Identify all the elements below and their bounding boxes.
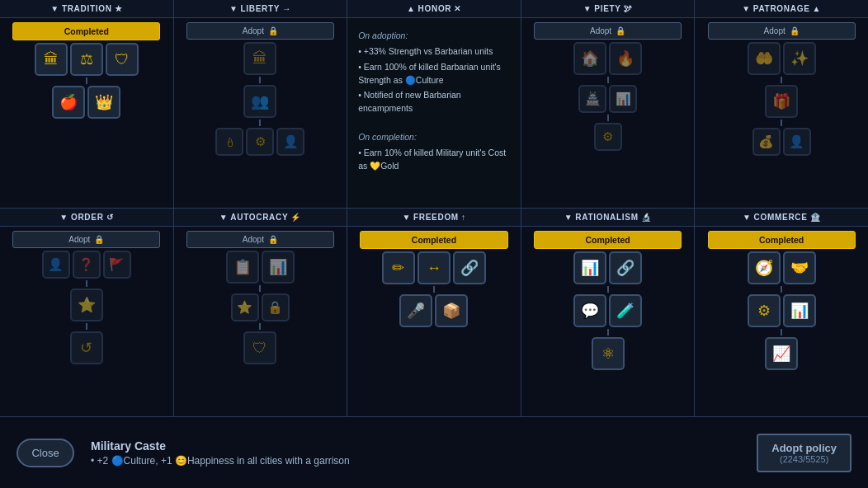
tradition-completed-btn[interactable]: Completed [12, 22, 160, 40]
freedom-arrow-icon[interactable]: ↔ [417, 251, 451, 284]
freedom-link-icon[interactable]: 🔗 [453, 251, 486, 284]
freedom-icons: ✏ ↔ 🔗 🎤 📦 [350, 251, 518, 327]
close-button[interactable]: Close [17, 439, 74, 467]
commerce-v1 [781, 286, 782, 293]
liberty-candle-icon[interactable]: 🕯 [215, 128, 243, 156]
order-flag-icon[interactable]: 🚩 [103, 251, 131, 279]
liberty-v2 [259, 120, 261, 126]
rationalism-atom-icon[interactable]: ⚛ [592, 337, 625, 370]
patronage-hands-icon[interactable]: 🤲 [748, 42, 781, 75]
autocracy-adopt-label: Adopt [243, 235, 264, 244]
rationalism-top-icons: 📊 🔗 [573, 251, 642, 284]
piety-adopt-btn[interactable]: Adopt 🔒 [534, 22, 682, 40]
tradition-status[interactable]: Completed [12, 22, 160, 40]
autocracy-doc-icon[interactable]: 📋 [226, 251, 259, 284]
patronage-adopt-btn[interactable]: Adopt 🔒 [708, 22, 856, 40]
freedom-label: FREEDOM [413, 213, 459, 222]
autocracy-star2-icon[interactable]: ⭐ [231, 293, 259, 321]
autocracy-header: ▼ AUTOCRACY ⚡ [174, 209, 347, 227]
patronage-person2-icon[interactable]: 👤 [783, 128, 811, 156]
patronage-coin-icon[interactable]: 💰 [752, 128, 781, 156]
piety-top-icons: 🏠 🔥 [573, 42, 642, 75]
autocracy-top-icons: 📋 📊 [226, 251, 295, 284]
order-adopt[interactable]: Adopt 🔒 [12, 231, 160, 248]
order-top-icons: 👤 ❓ 🚩 [42, 251, 131, 279]
freedom-top-icons: ✏ ↔ 🔗 [382, 251, 486, 284]
rationalism-chart2-icon[interactable]: 📊 [573, 251, 606, 284]
rationalism-completed-btn[interactable]: Completed [534, 231, 682, 249]
piety-chart-icon[interactable]: 📊 [609, 85, 637, 113]
order-cycle-icon[interactable]: ↺ [70, 331, 103, 364]
patronage-v1 [781, 77, 782, 83]
freedom-status[interactable]: Completed [360, 231, 507, 249]
autocracy-shield2-icon[interactable]: 🛡 [243, 331, 276, 364]
tradition-shield-icon[interactable]: 🛡 [106, 43, 139, 76]
tradition-icons: 🏛 ⚖ 🛡 🍎 👑 [2, 43, 171, 119]
honor-completion-item: Earn 10% of killed Military unit's Cost … [358, 146, 510, 173]
rationalism-bot-icons: ⚛ [592, 337, 625, 370]
tradition-arrow: ▼ [50, 4, 59, 13]
tradition-crown-icon[interactable]: 👑 [87, 86, 120, 119]
tradition-top-icons: 🏛 ⚖ 🛡 [35, 43, 139, 76]
freedom-completed-btn[interactable]: Completed [360, 231, 507, 249]
autocracy-adopt[interactable]: Adopt 🔒 [186, 231, 334, 248]
commerce-arrow: ▼ [743, 213, 752, 222]
commerce-piechart-icon[interactable]: 📈 [765, 337, 798, 370]
liberty-group-icon[interactable]: 👥 [243, 85, 276, 118]
rationalism-net-icon[interactable]: 🔗 [609, 251, 642, 284]
commerce-piechart-small-icon[interactable]: 📊 [783, 294, 816, 327]
honor-tooltip: On adoption: +33% Strength vs Barbarian … [350, 22, 518, 181]
status-bar: Close Military Caste • +2 🔵Culture, +1 😊… [0, 416, 868, 488]
rationalism-flask-icon[interactable]: 🧪 [609, 294, 642, 327]
honor-column: ▲ HONOR ✕ On adoption: +33% Strength vs … [347, 0, 521, 208]
commerce-gear3-icon[interactable]: ⚙ [748, 294, 781, 327]
rationalism-speech-icon[interactable]: 💬 [573, 294, 606, 327]
order-star-icon[interactable]: ⭐ [70, 289, 103, 321]
liberty-column: ▼ LIBERTY → Adopt 🔒 🏛 👥 [174, 0, 348, 208]
freedom-body: Completed ✏ ↔ 🔗 🎤 📦 [347, 227, 521, 416]
patronage-gift-icon[interactable]: 🎁 [765, 85, 798, 118]
order-addperson-icon[interactable]: 👤 [42, 251, 70, 279]
tradition-monument-icon[interactable]: 🏛 [35, 43, 68, 76]
commerce-completed-btn[interactable]: Completed [708, 231, 856, 249]
commerce-top-icons: 🧭 🤝 [748, 251, 816, 284]
piety-gear2-icon[interactable]: ⚙ [594, 123, 622, 151]
liberty-adopt-btn[interactable]: Adopt 🔒 [186, 22, 334, 40]
rationalism-icons: 📊 🔗 💬 🧪 ⚛ [524, 251, 692, 370]
autocracy-bar-icon[interactable]: 📊 [262, 251, 295, 284]
commerce-compass-icon[interactable]: 🧭 [748, 251, 781, 284]
tradition-apple-icon[interactable]: 🍎 [52, 86, 85, 119]
freedom-box-icon[interactable]: 📦 [435, 294, 468, 327]
freedom-v1 [433, 286, 435, 293]
freedom-mic-icon[interactable]: 🎤 [399, 294, 432, 327]
liberty-adopt-label: Adopt [243, 26, 264, 35]
commerce-status[interactable]: Completed [708, 231, 856, 249]
order-question-icon[interactable]: ❓ [73, 251, 101, 279]
honor-icon: ✕ [454, 4, 461, 13]
piety-house-icon[interactable]: 🏠 [573, 42, 606, 75]
liberty-gear-icon[interactable]: ⚙ [246, 128, 274, 156]
piety-fire-icon[interactable]: 🔥 [609, 42, 642, 75]
freedom-pen-icon[interactable]: ✏ [382, 251, 415, 284]
order-lock-icon: 🔒 [94, 235, 104, 244]
adopt-policy-button[interactable]: Adopt policy (2243/5525) [757, 434, 851, 472]
autocracy-lock2-icon[interactable]: 🔒 [262, 293, 290, 321]
order-adopt-btn[interactable]: Adopt 🔒 [12, 231, 160, 248]
tradition-label: TRADITION [62, 4, 112, 13]
rationalism-status[interactable]: Completed [534, 231, 682, 249]
piety-arrow: ▼ [583, 4, 592, 13]
piety-castle-icon[interactable]: 🏯 [578, 85, 606, 113]
liberty-icons: 🏛 👥 🕯 ⚙ 👤 [177, 42, 345, 156]
commerce-handshake-icon[interactable]: 🤝 [783, 251, 816, 284]
patronage-sparkle-icon[interactable]: ✨ [783, 42, 816, 75]
patronage-adopt[interactable]: Adopt 🔒 [708, 22, 856, 40]
piety-adopt[interactable]: Adopt 🔒 [534, 22, 682, 40]
liberty-person-icon[interactable]: 👤 [276, 128, 304, 156]
autocracy-adopt-btn[interactable]: Adopt 🔒 [186, 231, 334, 248]
freedom-bot-icons: 🎤 📦 [399, 294, 468, 327]
happiness-icon: 😊 [175, 455, 187, 467]
liberty-dome-icon[interactable]: 🏛 [243, 42, 276, 75]
honor-completion-title: On completion: [358, 130, 510, 143]
liberty-adopt[interactable]: Adopt 🔒 [186, 22, 334, 40]
tradition-scales-icon[interactable]: ⚖ [70, 43, 103, 76]
